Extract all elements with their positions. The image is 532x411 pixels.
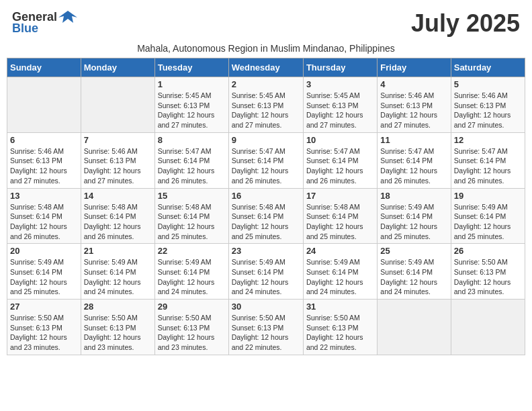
day-number: 15 [158, 191, 226, 201]
calendar-table: SundayMondayTuesdayWednesdayThursdayFrid… [7, 58, 525, 355]
calendar-cell: 6Sunrise: 5:46 AM Sunset: 6:13 PM Daylig… [7, 132, 81, 188]
day-info: Sunrise: 5:49 AM Sunset: 6:14 PM Dayligh… [380, 202, 447, 242]
day-info: Sunrise: 5:48 AM Sunset: 6:14 PM Dayligh… [10, 202, 78, 242]
calendar-cell: 29Sunrise: 5:50 AM Sunset: 6:13 PM Dayli… [154, 300, 228, 355]
calendar-cell [7, 77, 81, 133]
logo: General Blue [12, 9, 77, 36]
day-number: 7 [84, 135, 152, 145]
day-number: 19 [454, 191, 522, 201]
day-number: 2 [232, 79, 300, 89]
day-number: 4 [380, 79, 447, 89]
day-info: Sunrise: 5:47 AM Sunset: 6:14 PM Dayligh… [306, 146, 374, 186]
day-info: Sunrise: 5:49 AM Sunset: 6:14 PM Dayligh… [10, 257, 78, 297]
calendar-cell: 31Sunrise: 5:50 AM Sunset: 6:13 PM Dayli… [303, 300, 377, 355]
column-header-tuesday: Tuesday [154, 58, 228, 77]
calendar-cell: 30Sunrise: 5:50 AM Sunset: 6:13 PM Dayli… [228, 300, 303, 355]
day-info: Sunrise: 5:50 AM Sunset: 6:13 PM Dayligh… [306, 313, 374, 353]
day-number: 26 [454, 246, 522, 256]
day-number: 3 [306, 79, 374, 89]
calendar-cell: 18Sunrise: 5:49 AM Sunset: 6:14 PM Dayli… [378, 188, 451, 244]
calendar-cell: 19Sunrise: 5:49 AM Sunset: 6:14 PM Dayli… [451, 188, 525, 244]
day-info: Sunrise: 5:45 AM Sunset: 6:13 PM Dayligh… [306, 91, 374, 130]
day-number: 18 [380, 191, 447, 201]
day-info: Sunrise: 5:47 AM Sunset: 6:14 PM Dayligh… [232, 146, 300, 186]
calendar-cell: 21Sunrise: 5:49 AM Sunset: 6:14 PM Dayli… [81, 244, 154, 300]
day-number: 22 [158, 246, 226, 256]
calendar-cell [81, 77, 154, 133]
day-info: Sunrise: 5:49 AM Sunset: 6:14 PM Dayligh… [84, 257, 152, 297]
day-info: Sunrise: 5:47 AM Sunset: 6:14 PM Dayligh… [454, 146, 522, 186]
calendar-header-row: SundayMondayTuesdayWednesdayThursdayFrid… [7, 58, 525, 77]
day-number: 11 [380, 135, 447, 145]
calendar-week-row: 13Sunrise: 5:48 AM Sunset: 6:14 PM Dayli… [7, 188, 525, 244]
calendar-cell: 28Sunrise: 5:50 AM Sunset: 6:13 PM Dayli… [81, 300, 154, 355]
calendar-cell: 9Sunrise: 5:47 AM Sunset: 6:14 PM Daylig… [228, 132, 303, 188]
day-info: Sunrise: 5:49 AM Sunset: 6:14 PM Dayligh… [158, 257, 226, 297]
day-number: 30 [232, 302, 300, 312]
calendar-cell: 14Sunrise: 5:48 AM Sunset: 6:14 PM Dayli… [81, 188, 154, 244]
day-number: 28 [84, 302, 152, 312]
calendar-cell: 4Sunrise: 5:46 AM Sunset: 6:13 PM Daylig… [378, 77, 451, 133]
day-info: Sunrise: 5:46 AM Sunset: 6:13 PM Dayligh… [380, 91, 447, 130]
calendar-cell: 22Sunrise: 5:49 AM Sunset: 6:14 PM Dayli… [154, 244, 228, 300]
day-info: Sunrise: 5:49 AM Sunset: 6:14 PM Dayligh… [380, 257, 447, 297]
day-number: 20 [10, 246, 78, 256]
day-info: Sunrise: 5:49 AM Sunset: 6:14 PM Dayligh… [306, 257, 374, 297]
calendar-cell: 20Sunrise: 5:49 AM Sunset: 6:14 PM Dayli… [7, 244, 81, 300]
day-info: Sunrise: 5:50 AM Sunset: 6:13 PM Dayligh… [158, 313, 226, 353]
day-info: Sunrise: 5:46 AM Sunset: 6:13 PM Dayligh… [84, 146, 152, 186]
subtitle: Mahala, Autonomous Region in Muslim Mind… [7, 43, 525, 54]
column-header-monday: Monday [81, 58, 154, 77]
calendar-cell: 24Sunrise: 5:49 AM Sunset: 6:14 PM Dayli… [303, 244, 377, 300]
day-info: Sunrise: 5:50 AM Sunset: 6:13 PM Dayligh… [84, 313, 152, 353]
calendar-cell: 11Sunrise: 5:47 AM Sunset: 6:14 PM Dayli… [378, 132, 451, 188]
column-header-saturday: Saturday [451, 58, 525, 77]
logo-bird-icon [58, 9, 77, 24]
calendar-cell: 12Sunrise: 5:47 AM Sunset: 6:14 PM Dayli… [451, 132, 525, 188]
day-number: 13 [10, 191, 78, 201]
column-header-wednesday: Wednesday [228, 58, 303, 77]
day-info: Sunrise: 5:46 AM Sunset: 6:13 PM Dayligh… [454, 91, 522, 130]
calendar-cell: 2Sunrise: 5:45 AM Sunset: 6:13 PM Daylig… [228, 77, 303, 133]
day-number: 25 [380, 246, 447, 256]
calendar-cell: 1Sunrise: 5:45 AM Sunset: 6:13 PM Daylig… [154, 77, 228, 133]
day-number: 16 [232, 191, 300, 201]
day-info: Sunrise: 5:48 AM Sunset: 6:14 PM Dayligh… [232, 202, 300, 242]
day-info: Sunrise: 5:45 AM Sunset: 6:13 PM Dayligh… [232, 91, 300, 130]
calendar-cell: 26Sunrise: 5:50 AM Sunset: 6:13 PM Dayli… [451, 244, 525, 300]
day-number: 23 [232, 246, 300, 256]
calendar-cell [451, 300, 525, 355]
calendar-cell [378, 300, 451, 355]
calendar-week-row: 1Sunrise: 5:45 AM Sunset: 6:13 PM Daylig… [7, 77, 525, 133]
calendar-cell: 13Sunrise: 5:48 AM Sunset: 6:14 PM Dayli… [7, 188, 81, 244]
day-number: 31 [306, 302, 374, 312]
day-info: Sunrise: 5:47 AM Sunset: 6:14 PM Dayligh… [158, 146, 226, 186]
day-number: 9 [232, 135, 300, 145]
calendar-cell: 5Sunrise: 5:46 AM Sunset: 6:13 PM Daylig… [451, 77, 525, 133]
calendar-cell: 17Sunrise: 5:48 AM Sunset: 6:14 PM Dayli… [303, 188, 377, 244]
day-number: 10 [306, 135, 374, 145]
day-number: 17 [306, 191, 374, 201]
calendar-cell: 16Sunrise: 5:48 AM Sunset: 6:14 PM Dayli… [228, 188, 303, 244]
day-info: Sunrise: 5:46 AM Sunset: 6:13 PM Dayligh… [10, 146, 78, 186]
day-number: 6 [10, 135, 78, 145]
day-number: 27 [10, 302, 78, 312]
calendar-cell: 10Sunrise: 5:47 AM Sunset: 6:14 PM Dayli… [303, 132, 377, 188]
calendar-week-row: 27Sunrise: 5:50 AM Sunset: 6:13 PM Dayli… [7, 300, 525, 355]
column-header-sunday: Sunday [7, 58, 81, 77]
day-info: Sunrise: 5:47 AM Sunset: 6:14 PM Dayligh… [380, 146, 447, 186]
day-number: 21 [84, 246, 152, 256]
calendar-week-row: 6Sunrise: 5:46 AM Sunset: 6:13 PM Daylig… [7, 132, 525, 188]
day-number: 8 [158, 135, 226, 145]
month-title: July 2025 [411, 9, 520, 38]
calendar-cell: 3Sunrise: 5:45 AM Sunset: 6:13 PM Daylig… [303, 77, 377, 133]
calendar-cell: 23Sunrise: 5:49 AM Sunset: 6:14 PM Dayli… [228, 244, 303, 300]
calendar-cell: 8Sunrise: 5:47 AM Sunset: 6:14 PM Daylig… [154, 132, 228, 188]
day-number: 12 [454, 135, 522, 145]
day-info: Sunrise: 5:50 AM Sunset: 6:13 PM Dayligh… [454, 257, 522, 297]
day-info: Sunrise: 5:49 AM Sunset: 6:14 PM Dayligh… [232, 257, 300, 297]
day-number: 14 [84, 191, 152, 201]
day-number: 1 [158, 79, 226, 89]
calendar-week-row: 20Sunrise: 5:49 AM Sunset: 6:14 PM Dayli… [7, 244, 525, 300]
day-info: Sunrise: 5:48 AM Sunset: 6:14 PM Dayligh… [158, 202, 226, 242]
